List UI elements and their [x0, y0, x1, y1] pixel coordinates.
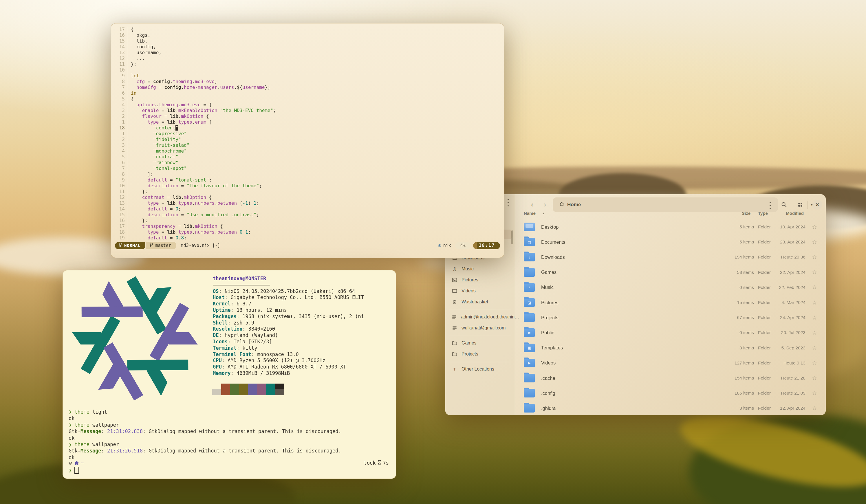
star-icon[interactable]: ☆: [811, 390, 818, 396]
code-token: let: [131, 73, 139, 78]
palette-swatch: [239, 383, 248, 389]
file-row-projects[interactable]: Projects67 itemsFolder24. Apr 2024☆: [515, 310, 826, 325]
code-token: =: [167, 177, 176, 183]
file-modified: 23. Apr 2024: [780, 239, 806, 245]
sidebar-item-other-locations[interactable]: +Other Locations: [448, 364, 512, 374]
file-row-desktop[interactable]: Desktop5 itemsFolder10. Apr 2024☆: [515, 220, 826, 235]
sidebar-item-admin-nextcloud-theanin-[interactable]: admin@nextcloud.theanin…: [448, 312, 512, 322]
sidebar-item-games[interactable]: Games: [448, 338, 512, 348]
sidebar-item-videos[interactable]: Videos: [448, 286, 512, 296]
terminal-window[interactable]: theaninova@MONSTEROS: NixOS 24.05.202404…: [63, 270, 396, 479]
line-number: 1: [111, 131, 125, 137]
close-window-button[interactable]: ×: [812, 200, 822, 210]
code-token: {: [203, 113, 209, 119]
star-icon[interactable]: ☆: [811, 360, 818, 366]
terminal-line: Gtk-Message: 21:31:02.838: GtkDialog map…: [69, 428, 341, 435]
line-number: 8: [111, 171, 125, 177]
terminal-token: :: [101, 428, 107, 434]
path-menu-icon[interactable]: [768, 201, 773, 210]
code-token: .: [192, 200, 195, 206]
code-token: =: [159, 200, 167, 206]
back-button[interactable]: ‹: [528, 200, 536, 209]
plain-emblem-icon: [524, 374, 535, 382]
grid-view-icon[interactable]: [796, 200, 805, 209]
star-icon[interactable]: ☆: [811, 405, 818, 412]
hourglass-icon: [378, 460, 381, 466]
file-row--ghidra[interactable]: .ghidra3 itemsFolder12. Apr 2024☆: [515, 401, 826, 415]
code-token: "fruit-salad": [153, 143, 189, 148]
sidebar-scrollbar[interactable]: [511, 231, 513, 244]
editor-code-area[interactable]: 17{16 pkgs,15 lib,14 config,13 username,…: [111, 27, 504, 241]
code-token: {: [218, 224, 223, 229]
column-modified[interactable]: Modified: [786, 211, 804, 216]
code-line: 7 homeCfg = config.home-manager.users.${…: [111, 85, 504, 90]
vim-mode-indicator: V NORMAL: [115, 242, 145, 249]
line-number: 18: [111, 229, 125, 235]
code-token: =: [159, 229, 167, 235]
code-token: mkEnableOption: [178, 108, 218, 113]
file-modified: 12. Apr 2024: [780, 406, 806, 411]
sidebar-item-music[interactable]: ♫Music: [448, 264, 512, 274]
file-row-downloads[interactable]: ↓Downloads194 itemsFolderHeute 20:36☆: [515, 249, 826, 265]
terminal-token: wallpaper: [89, 422, 119, 428]
folder-icon: [524, 404, 535, 413]
fastfetch-output: theaninova@MONSTEROS: NixOS 24.05.202404…: [213, 276, 364, 377]
line-number: 7: [111, 166, 125, 171]
editor-window[interactable]: 17{16 pkgs,15 lib,14 config,13 username,…: [111, 23, 504, 258]
terminal-token: wallpaper: [89, 441, 119, 447]
file-row-public[interactable]: ☻Public0 itemsFolder20. Jul 2023☆: [515, 325, 826, 340]
sidebar-item-projects[interactable]: Projects: [448, 349, 512, 359]
code-token: "tonal-spot": [153, 166, 187, 171]
code-token: =: [178, 183, 187, 189]
forward-button[interactable]: ›: [541, 200, 549, 209]
line-number: 15: [111, 38, 125, 44]
star-icon[interactable]: ☆: [811, 329, 818, 336]
star-icon[interactable]: ☆: [811, 375, 818, 382]
shell-input-line[interactable]: ❯: [69, 467, 79, 474]
folder-icon: ▤: [524, 238, 535, 246]
code-line: 1 "expressive": [111, 131, 504, 137]
star-icon[interactable]: ☆: [811, 345, 818, 351]
file-row--cache[interactable]: .cache154 itemsFolderHeute 21:28☆: [515, 371, 826, 385]
sidebar-item-pictures[interactable]: Pictures: [448, 275, 512, 285]
sidebar-item-wastebasket[interactable]: Wastebasket: [448, 297, 512, 307]
column-name[interactable]: Name ▲: [524, 211, 545, 216]
palette-swatch: [221, 383, 230, 389]
code-token: [237, 229, 240, 235]
search-icon[interactable]: [779, 200, 789, 209]
terminal-line: Gtk-Message: 21:31:26.518: GtkDialog map…: [69, 448, 341, 454]
star-icon[interactable]: ☆: [811, 284, 818, 291]
file-row-templates[interactable]: ▣Templates3 itemsFolder5. Sep 2023☆: [515, 340, 826, 356]
file-row-games[interactable]: Games53 itemsFolder22. Apr 2024☆: [515, 265, 826, 280]
code-token: .: [170, 79, 173, 84]
column-type[interactable]: Type: [758, 211, 768, 216]
code-token: description: [148, 183, 178, 189]
file-row-music[interactable]: ♪Music0 itemsFolder22. Feb 2024☆: [515, 280, 826, 295]
star-icon[interactable]: ☆: [811, 299, 818, 306]
file-row--config[interactable]: .config186 itemsFolderHeute 21:09☆: [515, 385, 826, 401]
music-icon: ♫: [452, 266, 457, 272]
star-icon[interactable]: ☆: [811, 314, 818, 321]
sidebar-item-wulkanat-gmail-com[interactable]: wulkanat@gmail.com: [448, 323, 512, 333]
palette-swatch: [212, 389, 221, 395]
file-type: Folder: [758, 406, 771, 411]
file-row-pictures[interactable]: ◪Pictures15 itemsFolder4. Mär 2024☆: [515, 295, 826, 310]
file-modified: Heute 21:28: [781, 376, 806, 381]
column-size[interactable]: Size: [742, 211, 751, 216]
file-row-documents[interactable]: ▤Documents5 itemsFolder23. Apr 2024☆: [515, 235, 826, 249]
code-token: [131, 85, 136, 90]
file-row-videos[interactable]: ▶Videos127 itemsFolderHeute 9:13☆: [515, 356, 826, 371]
code-line: 7 "tonal-spot": [111, 166, 504, 171]
star-icon[interactable]: ☆: [811, 224, 818, 231]
code-token: types: [178, 119, 192, 125]
star-icon[interactable]: ☆: [811, 269, 818, 276]
code-line: 5{: [111, 96, 504, 102]
star-icon[interactable]: ☆: [811, 254, 818, 260]
sidebar-menu-icon[interactable]: [506, 198, 511, 207]
fetch-line: Kernel: 6.8.7: [213, 301, 364, 307]
terminal-token: Gtk-: [69, 428, 80, 434]
code-line: 11}:: [111, 61, 504, 67]
file-name: Public: [541, 330, 554, 336]
file-size: 186 items: [734, 391, 754, 396]
star-icon[interactable]: ☆: [811, 239, 818, 246]
